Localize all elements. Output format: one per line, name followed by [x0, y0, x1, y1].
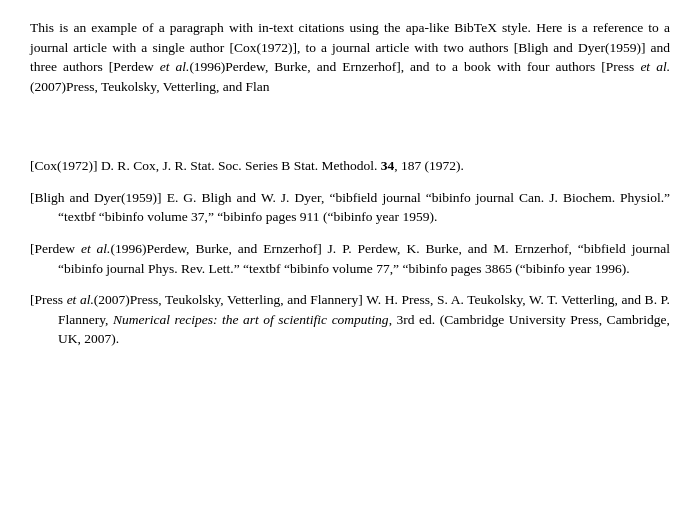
ref-label-cox: [Cox(1972)] [30, 158, 98, 173]
ref-label-perdew: [Perdew et al.(1996)Perdew, Burke, and E… [30, 241, 322, 256]
ref-entry-cox: [Cox(1972)] D. R. Cox, J. R. Stat. Soc. … [30, 156, 670, 176]
ref-entry-bligh: [Bligh and Dyer(1959)] E. G. Bligh and W… [30, 188, 670, 227]
ref-entry-press: [Press et al.(2007)Press, Teukolsky, Vet… [30, 290, 670, 349]
ref-label-press: [Press et al.(2007)Press, Teukolsky, Vet… [30, 292, 363, 307]
ref-content-cox: D. R. Cox, J. R. Stat. Soc. Series B Sta… [98, 158, 464, 173]
ref-label-bligh: [Bligh and Dyer(1959)] [30, 190, 162, 205]
ref-entry-perdew: [Perdew et al.(1996)Perdew, Burke, and E… [30, 239, 670, 278]
paragraph-text: This is an example of a paragraph with i… [30, 20, 670, 94]
main-paragraph: This is an example of a paragraph with i… [30, 18, 670, 96]
references-section: [Cox(1972)] D. R. Cox, J. R. Stat. Soc. … [30, 156, 670, 349]
